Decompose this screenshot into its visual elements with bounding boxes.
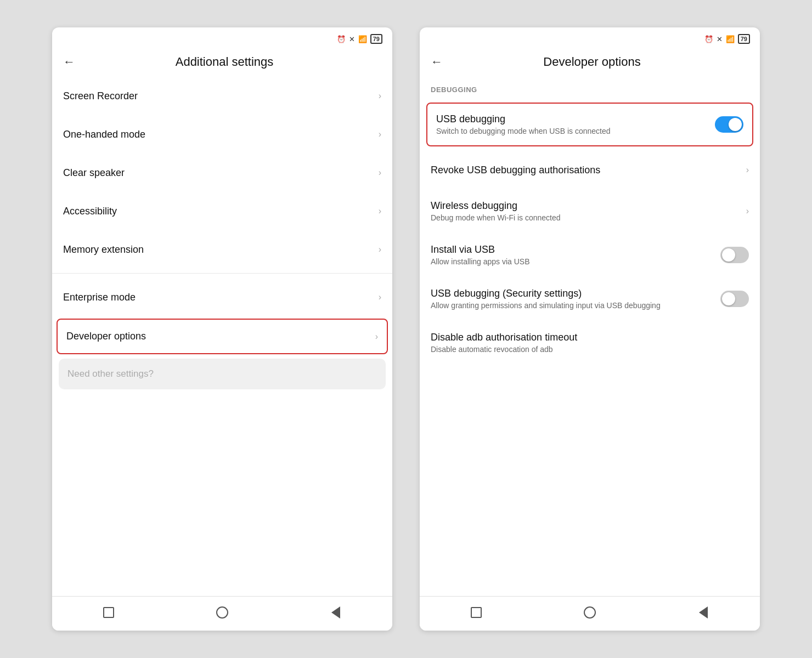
status-bar-right: ⏰ ✕ 📶 79 (420, 27, 760, 47)
developer-options-item[interactable]: Developer options › (57, 319, 388, 354)
usb-debugging-subtitle: Switch to debugging mode when USB is con… (436, 127, 715, 135)
divider-1 (52, 273, 392, 274)
disable-adb-title: Disable adb authorisation timeout (431, 332, 749, 343)
toggle-knob-usb-security (722, 292, 735, 305)
toggle-knob-install-usb (722, 248, 735, 262)
battery-icon: 79 (370, 34, 382, 44)
usb-debugging-toggle[interactable] (715, 116, 743, 133)
usb-security-item[interactable]: USB debugging (Security settings) Allow … (420, 277, 760, 321)
one-handed-mode-item[interactable]: One-handed mode › (52, 115, 392, 154)
chevron-screen-recorder: › (379, 91, 381, 101)
nav-back-button-right[interactable] (696, 605, 710, 620)
screen-recorder-title: Screen Recorder (63, 90, 373, 102)
disable-adb-item[interactable]: Disable adb authorisation timeout Disabl… (420, 321, 760, 365)
wifi-icon-right: 📶 (726, 35, 735, 43)
install-via-usb-title: Install via USB (431, 244, 720, 256)
disable-adb-subtitle: Disable automatic revocation of adb (431, 345, 749, 354)
wifi-icon: 📶 (358, 35, 367, 43)
chevron-one-handed: › (379, 129, 381, 139)
accessibility-item[interactable]: Accessibility › (52, 192, 392, 230)
wireless-debugging-subtitle: Debug mode when Wi-Fi is connected (431, 213, 741, 222)
chevron-enterprise-mode: › (379, 292, 381, 302)
chevron-clear-speaker: › (379, 168, 381, 178)
screen2-title: Developer options (452, 55, 732, 69)
nav-back-icon-right (699, 606, 708, 619)
enterprise-mode-title: Enterprise mode (63, 292, 373, 303)
clear-speaker-title: Clear speaker (63, 167, 373, 179)
usb-security-title: USB debugging (Security settings) (431, 288, 720, 299)
nav-bar-left (52, 596, 392, 631)
chevron-developer-options: › (375, 332, 378, 342)
nav-home-button-right[interactable] (583, 605, 597, 620)
back-button-right[interactable]: ← (431, 55, 443, 69)
chevron-memory-extension: › (379, 245, 381, 254)
close-icon: ✕ (349, 35, 355, 43)
usb-debugging-item[interactable]: USB debugging Switch to debugging mode w… (426, 103, 753, 146)
developer-options-title: Developer options (66, 331, 370, 342)
nav-back-button[interactable] (329, 605, 343, 620)
back-button-left[interactable]: ← (63, 55, 75, 69)
chevron-revoke-usb: › (746, 165, 749, 175)
revoke-usb-item[interactable]: Revoke USB debugging authorisations › (420, 151, 760, 189)
other-settings-text: Need other settings? (67, 368, 154, 379)
usb-debugging-title: USB debugging (436, 114, 715, 125)
accessibility-title: Accessibility (63, 206, 373, 217)
nav-square-icon (103, 607, 114, 618)
settings-list-left: Screen Recorder › One-handed mode › Clea… (52, 77, 392, 596)
wireless-debugging-title: Wireless debugging (431, 200, 741, 212)
chevron-wireless-debugging: › (746, 206, 749, 216)
section-debugging: DEBUGGING (420, 77, 760, 98)
nav-circle-icon-right (584, 606, 596, 619)
chevron-accessibility: › (379, 206, 381, 216)
left-phone-screen: ⏰ ✕ 📶 79 ← Additional settings Screen Re… (52, 27, 392, 631)
nav-square-icon-right (471, 607, 482, 618)
clear-speaker-item[interactable]: Clear speaker › (52, 154, 392, 192)
nav-back-icon (331, 606, 340, 619)
revoke-usb-title: Revoke USB debugging authorisations (431, 164, 741, 176)
settings-list-right: DEBUGGING USB debugging Switch to debugg… (420, 77, 760, 596)
battery-icon-right: 79 (738, 34, 750, 44)
nav-circle-icon (216, 606, 228, 619)
toggle-knob-usb (729, 118, 742, 131)
memory-extension-item[interactable]: Memory extension › (52, 230, 392, 269)
install-via-usb-item[interactable]: Install via USB Allow installing apps vi… (420, 233, 760, 277)
right-phone-screen: ⏰ ✕ 📶 79 ← Developer options DEBUGGING U… (420, 27, 760, 631)
nav-bar-right (420, 596, 760, 631)
alarm-icon-right: ⏰ (704, 35, 713, 43)
status-bar-left: ⏰ ✕ 📶 79 (52, 27, 392, 47)
usb-security-toggle[interactable] (720, 291, 749, 307)
screen1-header: ← Additional settings (52, 47, 392, 77)
nav-recent-button-right[interactable] (469, 605, 483, 620)
install-via-usb-toggle[interactable] (720, 247, 749, 263)
install-via-usb-subtitle: Allow installing apps via USB (431, 257, 720, 266)
usb-security-subtitle: Allow granting permissions and simulatin… (431, 301, 720, 310)
alarm-icon: ⏰ (337, 35, 346, 43)
memory-extension-title: Memory extension (63, 244, 373, 256)
nav-home-button[interactable] (215, 605, 229, 620)
wireless-debugging-item[interactable]: Wireless debugging Debug mode when Wi-Fi… (420, 189, 760, 233)
nav-recent-button[interactable] (101, 605, 116, 620)
screen-recorder-item[interactable]: Screen Recorder › (52, 77, 392, 115)
one-handed-mode-title: One-handed mode (63, 129, 373, 140)
screen1-title: Additional settings (84, 55, 365, 69)
screen2-header: ← Developer options (420, 47, 760, 77)
other-settings-card[interactable]: Need other settings? (59, 359, 386, 389)
close-icon-right: ✕ (717, 35, 723, 43)
enterprise-mode-item[interactable]: Enterprise mode › (52, 278, 392, 316)
